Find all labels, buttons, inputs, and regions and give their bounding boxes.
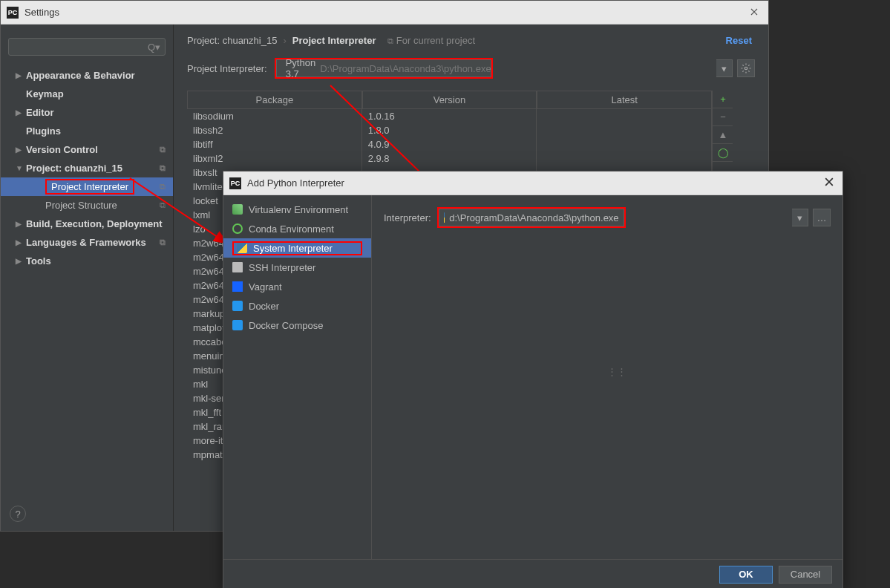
dialog-title: Add Python Interpreter	[247, 177, 825, 189]
interpreter-type-conda-environment[interactable]: Conda Environment	[223, 219, 371, 238]
settings-sidebar: Q▾ ▶Appearance & BehaviorKeymap▶EditorPl…	[1, 24, 174, 531]
breadcrumb-project: Project: chuanzhi_15	[187, 35, 277, 46]
interpreter-type-vagrant[interactable]: Vagrant	[223, 277, 371, 296]
docker-icon	[232, 320, 243, 330]
sidebar-item-editor[interactable]: ▶Editor	[1, 103, 173, 122]
interpreter-type-virtualenv-environment[interactable]: Virtualenv Environment	[223, 200, 371, 219]
sidebar-item-project-interpreter[interactable]: Project Interpreter⧉	[1, 177, 173, 196]
python-icon	[444, 212, 445, 223]
nav-list: ▶Appearance & BehaviorKeymap▶EditorPlugi…	[1, 63, 173, 500]
sidebar-item-version-control[interactable]: ▶Version Control⧉	[1, 140, 173, 159]
copy-icon: ⧉	[160, 182, 166, 192]
interpreter-type-docker[interactable]: Docker	[223, 296, 371, 316]
drag-indicator-icon: ⋮⋮	[607, 366, 626, 377]
search-input[interactable]: Q▾	[8, 38, 166, 56]
interpreter-type-list: Virtualenv EnvironmentConda EnvironmentS…	[223, 195, 372, 559]
sidebar-item-tools[interactable]: ▶Tools	[1, 252, 173, 270]
table-row[interactable]: libssh21.8.0	[187, 123, 712, 137]
interpreter-type-system-interpreter[interactable]: System Interpreter	[223, 238, 371, 258]
dialog-main: Interpreter: d:\ProgramData\Anaconda3\py…	[372, 195, 842, 559]
add-package-button[interactable]: +	[713, 91, 733, 108]
vagrant-icon	[232, 281, 243, 292]
breadcrumb-section: Project Interpreter	[292, 35, 376, 46]
interpreter-row: Project Interpreter: Python 3.7 D:\Progr…	[187, 58, 755, 79]
upgrade-package-button[interactable]: ▲	[713, 126, 733, 144]
table-row[interactable]: libsodium1.0.16	[187, 109, 712, 123]
help-button[interactable]: ?	[10, 506, 26, 522]
col-version[interactable]: Version	[362, 91, 537, 109]
pycharm-icon: PC	[7, 7, 19, 19]
col-latest[interactable]: Latest	[537, 91, 712, 109]
gear-button[interactable]	[737, 59, 755, 77]
window-title: Settings	[24, 7, 750, 18]
add-interpreter-dialog: PC Add Python Interpreter Virtualenv Env…	[223, 171, 843, 588]
sidebar-item-project-chuanzhi-15[interactable]: ▼Project: chuanzhi_15⧉	[1, 159, 173, 177]
browse-button[interactable]: …	[813, 209, 831, 226]
reset-link[interactable]: Reset	[726, 35, 752, 46]
interpreter-path: D:\ProgramData\Anaconda3\python.exe	[320, 63, 491, 74]
svg-point-0	[745, 67, 747, 70]
interpreter-name: Python 3.7	[286, 57, 315, 79]
copy-icon: ⧉	[160, 200, 166, 210]
pycharm-icon: PC	[229, 177, 241, 189]
interpreter-type-docker-compose[interactable]: Docker Compose	[223, 316, 371, 335]
interpreter-type-ssh-interpreter[interactable]: SSH Interpreter	[223, 258, 371, 277]
search-icon: Q▾	[148, 42, 160, 53]
sidebar-item-build-execution-deployment[interactable]: ▶Build, Execution, Deployment	[1, 215, 173, 233]
sidebar-item-plugins[interactable]: Plugins	[1, 122, 173, 140]
breadcrumb: Project: chuanzhi_15 › Project Interpret…	[187, 35, 755, 46]
python-icon	[237, 243, 247, 253]
cancel-button[interactable]: Cancel	[779, 566, 832, 584]
refresh-packages-button[interactable]: ◯	[713, 144, 733, 162]
dialog-titlebar: PC Add Python Interpreter	[223, 172, 842, 195]
titlebar: PC Settings	[1, 1, 768, 24]
docker-icon	[232, 301, 243, 311]
interpreter-label: Project Interpreter:	[187, 63, 267, 74]
copy-icon: ⧉	[160, 163, 166, 173]
venv-icon	[232, 204, 243, 215]
close-icon[interactable]	[825, 177, 837, 189]
dialog-interpreter-path: d:\ProgramData\Anaconda3\python.exe	[449, 212, 618, 223]
interpreter-select[interactable]: Python 3.7 D:\ProgramData\Anaconda3\pyth…	[276, 59, 491, 77]
conda-icon	[232, 223, 243, 234]
ok-button[interactable]: OK	[719, 566, 773, 584]
interpreter-dropdown-button[interactable]: ▾	[716, 59, 733, 77]
table-row[interactable]: libxml22.9.8	[187, 151, 712, 166]
remove-package-button[interactable]: −	[713, 108, 733, 126]
sidebar-item-project-structure[interactable]: Project Structure⧉	[1, 196, 173, 215]
sidebar-item-languages-frameworks[interactable]: ▶Languages & Frameworks⧉	[1, 233, 173, 252]
dialog-interpreter-select[interactable]: d:\ProgramData\Anaconda3\python.exe	[439, 209, 624, 226]
table-row[interactable]: libtiff4.0.9	[187, 137, 712, 151]
close-icon[interactable]	[750, 7, 762, 19]
search-field[interactable]	[13, 42, 148, 52]
sidebar-item-keymap[interactable]: Keymap	[1, 85, 173, 103]
dialog-footer: OK Cancel	[223, 559, 842, 588]
breadcrumb-separator: ›	[283, 35, 286, 46]
col-package[interactable]: Package	[187, 91, 362, 109]
breadcrumb-hint: ⧉ For current project	[387, 35, 475, 46]
copy-icon: ⧉	[160, 145, 166, 154]
copy-icon: ⧉	[160, 238, 166, 247]
sidebar-item-appearance-behavior[interactable]: ▶Appearance & Behavior	[1, 66, 173, 85]
dialog-dropdown-button[interactable]: ▾	[792, 209, 808, 226]
dialog-interpreter-label: Interpreter:	[384, 212, 431, 223]
ssh-icon	[232, 262, 243, 272]
